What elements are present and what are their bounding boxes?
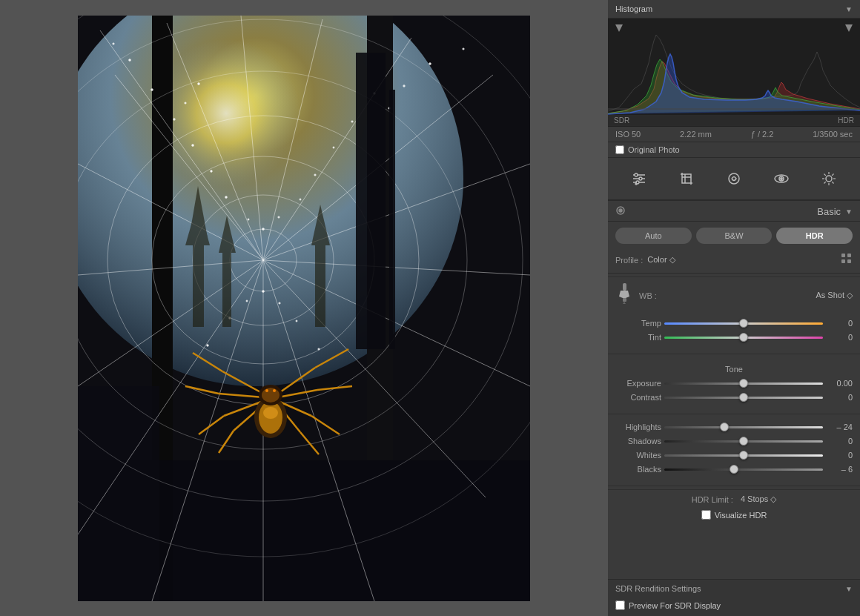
- svg-line-116: [832, 174, 833, 176]
- whites-track-container: [664, 450, 823, 460]
- auto-btn[interactable]: Auto: [615, 228, 692, 244]
- svg-point-102: [635, 183, 637, 185]
- sdr-rendition-arrow[interactable]: ▼: [845, 585, 853, 593]
- profile-label: Profile :: [615, 256, 643, 265]
- wb-label: WB :: [639, 291, 657, 300]
- bw-btn[interactable]: B&W: [696, 228, 773, 244]
- blacks-label: Blacks: [615, 465, 661, 474]
- svg-rect-91: [389, 90, 395, 349]
- svg-point-59: [113, 42, 115, 44]
- svg-point-52: [185, 102, 187, 104]
- original-photo-label: Original Photo: [628, 145, 680, 154]
- blacks-slider-row: Blacks – 6: [615, 464, 853, 474]
- tint-track: [664, 337, 823, 339]
- tone-section: Tone Exposure 0.00 Contrast: [608, 357, 860, 411]
- blacks-thumb[interactable]: [730, 465, 738, 474]
- whites-thumb[interactable]: [739, 451, 748, 460]
- highlights-slider-row: Highlights – 24: [615, 422, 853, 432]
- exif-shutter: 1/3500 sec: [813, 130, 853, 139]
- exposure-value: 0.00: [826, 379, 853, 388]
- exposure-thumb[interactable]: [739, 379, 748, 388]
- hswb-section: Highlights – 24 Shadows 0: [608, 417, 860, 483]
- visualize-hdr-checkbox[interactable]: [701, 510, 711, 520]
- histogram-title: Histogram: [615, 4, 652, 13]
- temp-slider-row: Temp 0: [615, 318, 853, 328]
- panel-visibility-btn[interactable]: [615, 205, 626, 218]
- temp-thumb[interactable]: [739, 319, 748, 328]
- svg-point-97: [635, 173, 638, 176]
- highlights-thumb[interactable]: [720, 423, 729, 431]
- shadows-slider-row: Shadows 0: [615, 436, 853, 446]
- svg-point-40: [333, 146, 334, 148]
- hdr-btn[interactable]: HDR: [776, 228, 853, 244]
- eyedropper-btn[interactable]: [615, 282, 633, 309]
- hdr-limit-row: HDR Limit : 4 Stops ◇: [608, 489, 860, 509]
- original-photo-checkbox[interactable]: [615, 145, 624, 154]
- exif-iso: ISO 50: [615, 130, 641, 139]
- svg-point-51: [318, 348, 320, 350]
- sdr-rendition-row[interactable]: SDR Rendition Settings ▼: [608, 579, 860, 597]
- visualize-hdr-label: Visualize HDR: [715, 511, 767, 520]
- svg-point-57: [463, 47, 465, 50]
- tools-row: [608, 158, 860, 200]
- shadows-track: [664, 440, 823, 443]
- basic-panel: Basic ▼ Auto B&W HDR Profile : Color ◇: [608, 201, 860, 576]
- sdr-label: SDR: [614, 116, 629, 125]
- exif-aperture: ƒ / 2.2: [751, 130, 774, 139]
- svg-point-82: [273, 389, 276, 392]
- profile-value[interactable]: Color ◇: [647, 255, 841, 265]
- svg-point-36: [300, 198, 301, 199]
- svg-rect-123: [847, 259, 851, 263]
- wb-value[interactable]: As Shot ◇: [816, 291, 853, 300]
- preview-sdr-checkbox[interactable]: [615, 600, 625, 610]
- whites-slider-row: Whites 0: [615, 450, 853, 460]
- svg-point-108: [781, 178, 782, 179]
- svg-rect-90: [356, 53, 386, 349]
- svg-point-46: [246, 299, 248, 301]
- svg-point-41: [173, 118, 176, 120]
- sdr-rendition-label: SDR Rendition Settings: [615, 584, 701, 593]
- mask-tool-btn[interactable]: [816, 165, 842, 192]
- crop-tool-btn[interactable]: [673, 165, 700, 192]
- svg-rect-124: [623, 283, 626, 291]
- svg-rect-86: [222, 253, 231, 327]
- profile-row: Profile : Color ◇: [608, 250, 860, 270]
- tone-mode-row: Auto B&W HDR: [608, 222, 860, 250]
- svg-rect-6: [78, 386, 159, 601]
- histogram-section-header: Histogram ▼: [608, 0, 860, 19]
- exposure-track: [664, 382, 823, 385]
- contrast-thumb[interactable]: [739, 393, 748, 402]
- whites-label: Whites: [615, 451, 661, 460]
- profile-grid-btn[interactable]: [841, 253, 853, 267]
- color-range-btn[interactable]: [768, 165, 795, 192]
- svg-point-35: [225, 196, 228, 198]
- temp-value: 0: [826, 319, 853, 328]
- hdr-limit-value[interactable]: 4 Stops ◇: [741, 494, 776, 504]
- histogram-arrow-icon[interactable]: ▼: [845, 5, 853, 13]
- tint-label: Tint: [615, 333, 661, 342]
- exif-focal: 2.22 mm: [680, 130, 712, 139]
- basic-panel-header: Basic ▼: [608, 201, 860, 222]
- shadows-thumb[interactable]: [739, 437, 748, 446]
- hdr-limit-label: HDR Limit :: [692, 495, 733, 504]
- adjustments-tool-btn[interactable]: [626, 165, 652, 192]
- blacks-value: – 6: [826, 465, 853, 474]
- exposure-label: Exposure: [615, 379, 661, 388]
- tint-value: 0: [826, 333, 853, 342]
- tint-thumb[interactable]: [739, 333, 748, 342]
- tint-slider-row: Tint 0: [615, 332, 853, 342]
- highlights-track: [664, 426, 823, 428]
- svg-point-109: [826, 176, 832, 182]
- contrast-slider-row: Contrast 0: [615, 392, 853, 403]
- svg-point-37: [211, 170, 213, 172]
- preview-sdr-label: Preview For SDR Display: [629, 601, 721, 610]
- original-photo-row: Original Photo: [608, 142, 860, 158]
- blacks-track-container: [664, 464, 823, 474]
- healing-tool-btn[interactable]: [721, 165, 747, 192]
- contrast-track-container: [664, 392, 823, 403]
- histogram-canvas: [608, 19, 860, 115]
- svg-line-114: [824, 174, 826, 176]
- basic-panel-arrow[interactable]: ▼: [845, 208, 853, 216]
- svg-line-115: [832, 182, 833, 183]
- svg-point-99: [639, 177, 642, 180]
